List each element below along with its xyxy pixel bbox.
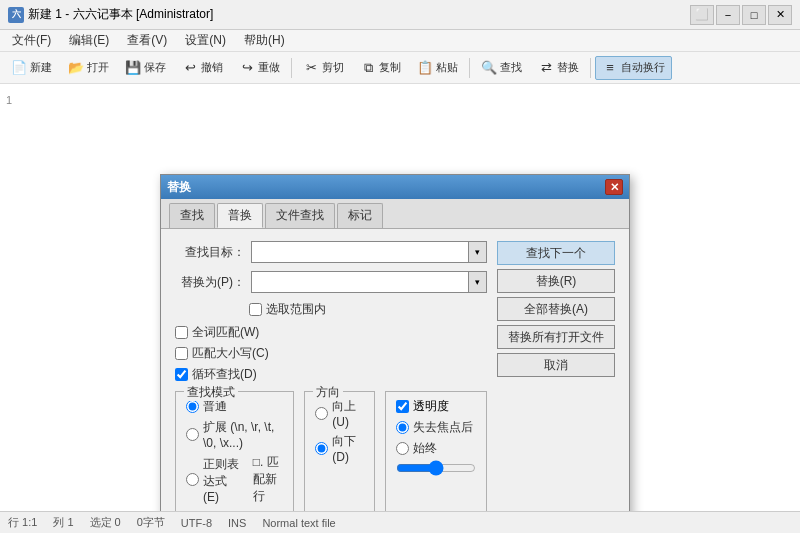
transparency-label: 透明度 [413, 398, 449, 415]
transparency-slider[interactable] [396, 461, 476, 475]
status-select: 选定 0 [90, 515, 121, 530]
find-input[interactable] [251, 241, 469, 263]
editor-area[interactable]: 1 替换 ✕ 查找 普换 文件查找 标记 [0, 84, 800, 511]
open-icon: 📂 [68, 60, 84, 76]
dir-up-radio[interactable] [315, 407, 328, 420]
copy-button[interactable]: ⧉ 复制 [353, 56, 408, 80]
mode-extended-radio[interactable] [186, 428, 199, 441]
mode-regex-label: 正则表达式(E) [203, 456, 241, 504]
dialog-right: 查找下一个 替换(R) 全部替换(A) 替换所有打开文件 取消 [497, 241, 615, 511]
trans-blur-radio[interactable] [396, 421, 409, 434]
mode-extended-row: 扩展 (\n, \r, \t, \0, \x...) [186, 419, 283, 450]
dialog-main: 查找目标： ▾ 替换为(P)： ▾ [175, 241, 615, 511]
wordwrap-button[interactable]: ≡ 自动换行 [595, 56, 672, 80]
tab-file-find[interactable]: 文件查找 [265, 203, 335, 228]
replace-all-button[interactable]: 全部替换(A) [497, 297, 615, 321]
wraparound-label: 循环查找(D) [192, 366, 257, 383]
menu-file[interactable]: 文件(F) [4, 30, 59, 51]
trans-always-label: 始终 [413, 440, 437, 457]
replace-dropdown-btn[interactable]: ▾ [469, 271, 487, 293]
dialog-close-button[interactable]: ✕ [605, 179, 623, 195]
checkboxes-group: 全词匹配(W) 匹配大小写(C) 循环查找(D) [175, 324, 487, 383]
save-button[interactable]: 💾 保存 [118, 56, 173, 80]
replace-button-action[interactable]: 替换(R) [497, 269, 615, 293]
dialog-titlebar: 替换 ✕ [161, 175, 629, 199]
dir-up-label: 向上(U) [332, 398, 364, 429]
title-bar-controls: ⬜ − □ ✕ [690, 5, 792, 25]
redo-icon: ↪ [239, 60, 255, 76]
trans-always-row: 始终 [396, 440, 476, 457]
range-row: 选取范围内 [175, 301, 487, 318]
window-title: 新建 1 - 六六记事本 [Administrator] [28, 6, 213, 23]
status-bar: 行 1:1 列 1 选定 0 0字节 UTF-8 INS Normal text… [0, 511, 800, 533]
search-mode-box: 查找模式 普通 扩展 (\n, \r, \t, \0, \x...) [175, 391, 294, 511]
range-checkbox[interactable] [249, 303, 262, 316]
copy-icon: ⧉ [360, 60, 376, 76]
status-bytes: 0字节 [137, 515, 165, 530]
status-ins: INS [228, 517, 246, 529]
status-row: 行 1:1 [8, 515, 37, 530]
dialog-tabs: 查找 普换 文件查找 标记 [161, 199, 629, 229]
mode-regex-radio[interactable] [186, 473, 199, 486]
toolbar: 📄 新建 📂 打开 💾 保存 ↩ 撤销 ↪ 重做 ✂ 剪切 ⧉ 复制 📋 粘贴 … [0, 52, 800, 84]
minimize-btn[interactable]: − [716, 5, 740, 25]
open-button[interactable]: 📂 打开 [61, 56, 116, 80]
mode-extended-label: 扩展 (\n, \r, \t, \0, \x...) [203, 419, 283, 450]
cancel-button[interactable]: 取消 [497, 353, 615, 377]
dir-down-row: 向下(D) [315, 433, 364, 464]
status-col: 列 1 [53, 515, 73, 530]
menu-help[interactable]: 帮助(H) [236, 30, 293, 51]
tab-replace[interactable]: 普换 [217, 203, 263, 228]
menu-edit[interactable]: 编辑(E) [61, 30, 117, 51]
separator-2 [469, 58, 470, 78]
find-dropdown-btn[interactable]: ▾ [469, 241, 487, 263]
line-number: 1 [6, 94, 12, 106]
replace-input[interactable] [251, 271, 469, 293]
find-next-button[interactable]: 查找下一个 [497, 241, 615, 265]
replace-button[interactable]: ⇄ 替换 [531, 56, 586, 80]
matchcase-checkbox[interactable] [175, 347, 188, 360]
new-button[interactable]: 📄 新建 [4, 56, 59, 80]
transparency-checkbox[interactable] [396, 400, 409, 413]
paste-icon: 📋 [417, 60, 433, 76]
matchcase-label: 匹配大小写(C) [192, 345, 269, 362]
replace-icon: ⇄ [538, 60, 554, 76]
section-group: 查找模式 普通 扩展 (\n, \r, \t, \0, \x...) [175, 391, 487, 511]
replace-row: 替换为(P)： ▾ [175, 271, 487, 293]
find-row: 查找目标： ▾ [175, 241, 487, 263]
fullword-checkbox[interactable] [175, 326, 188, 339]
replace-input-wrap: ▾ [251, 271, 487, 293]
menu-bar: 文件(F) 编辑(E) 查看(V) 设置(N) 帮助(H) [0, 30, 800, 52]
maximize-btn[interactable]: □ [742, 5, 766, 25]
trans-blur-label: 失去焦点后 [413, 419, 473, 436]
undo-button[interactable]: ↩ 撤销 [175, 56, 230, 80]
dialog-title: 替换 [167, 179, 191, 196]
paste-button[interactable]: 📋 粘贴 [410, 56, 465, 80]
separator-1 [291, 58, 292, 78]
cut-button[interactable]: ✂ 剪切 [296, 56, 351, 80]
status-encoding: UTF-8 [181, 517, 212, 529]
direction-box: 方向 向上(U) 向下(D) [304, 391, 375, 511]
slider-row [396, 461, 476, 475]
new-icon: 📄 [11, 60, 27, 76]
status-filetype: Normal text file [262, 517, 335, 529]
trans-always-radio[interactable] [396, 442, 409, 455]
mode-normal-radio[interactable] [186, 400, 199, 413]
replace-dialog: 替换 ✕ 查找 普换 文件查找 标记 查找目标： [160, 174, 630, 511]
find-button[interactable]: 🔍 查找 [474, 56, 529, 80]
menu-view[interactable]: 查看(V) [119, 30, 175, 51]
mode-regex-row: 正则表达式(E) □. 匹配新行 [186, 454, 283, 505]
wraparound-checkbox[interactable] [175, 368, 188, 381]
separator-3 [590, 58, 591, 78]
tab-mark[interactable]: 标记 [337, 203, 383, 228]
redo-button[interactable]: ↪ 重做 [232, 56, 287, 80]
replace-label: 替换为(P)： [175, 274, 245, 291]
dir-down-radio[interactable] [315, 442, 328, 455]
fullword-label: 全词匹配(W) [192, 324, 259, 341]
restore-btn[interactable]: ⬜ [690, 5, 714, 25]
wordwrap-icon: ≡ [602, 60, 618, 76]
menu-settings[interactable]: 设置(N) [177, 30, 234, 51]
tab-find[interactable]: 查找 [169, 203, 215, 228]
replace-all-open-button[interactable]: 替换所有打开文件 [497, 325, 615, 349]
close-btn[interactable]: ✕ [768, 5, 792, 25]
